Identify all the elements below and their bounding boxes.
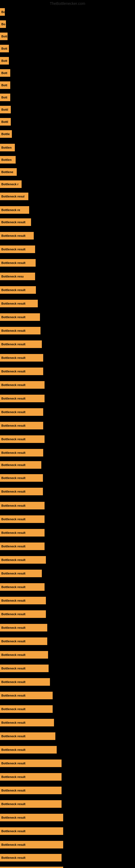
bar-row: Bottleneck result bbox=[0, 340, 42, 348]
bar-label: Bottleneck result bbox=[0, 502, 45, 509]
bar-label: Bottleneck result bbox=[0, 327, 41, 335]
bar-label: Bottleneck result bbox=[0, 773, 61, 781]
site-title: TheBottlenecker.com bbox=[50, 1, 85, 6]
bar-label: Bottleneck result bbox=[0, 733, 55, 740]
bar-label: Bottleneck result bbox=[0, 624, 47, 631]
bar-label: Bottleneck result bbox=[0, 692, 53, 699]
bar-label: Bottleneck result bbox=[0, 259, 36, 267]
bar-label: Bott bbox=[0, 33, 8, 40]
bar-row: Bottleneck result bbox=[0, 313, 40, 321]
bar-label: Bottleneck result bbox=[0, 719, 54, 726]
bar-row: Bott bbox=[0, 33, 8, 40]
bar-row: Bottleneck result bbox=[0, 569, 42, 577]
bar-label: Bottleneck result bbox=[0, 395, 45, 402]
bar-row: Bottleneck result bbox=[0, 488, 43, 495]
bar-row: Bo bbox=[0, 20, 6, 28]
bar-row: Bott bbox=[0, 57, 9, 65]
bar-row: Bottleneck result bbox=[0, 678, 50, 686]
bar-row: Bottleneck result bbox=[0, 719, 54, 726]
bar-row: Bottleneck result bbox=[0, 841, 63, 848]
bar-label: Bottleneck result bbox=[0, 449, 43, 457]
bar-label: Bottleneck result bbox=[0, 638, 47, 645]
bar-label: Bottleneck result bbox=[0, 867, 63, 868]
bar-row: Bottleneck result bbox=[0, 461, 41, 469]
bar-row: Bottleneck result bbox=[0, 516, 45, 523]
bar-row: Bottleneck result bbox=[0, 583, 45, 591]
bar-label: Bottleneck result bbox=[0, 474, 43, 482]
bar-label: Bottleneck result bbox=[0, 583, 45, 591]
bar-label: Bottlene bbox=[0, 168, 17, 176]
bar-label: Bottleneck result bbox=[0, 381, 45, 389]
bar-row: Bottleneck result bbox=[0, 542, 45, 550]
bar-label: Bottleneck result bbox=[0, 422, 43, 429]
bar-label: Bottleneck result bbox=[0, 827, 63, 835]
bar-row: Bottleneck result bbox=[0, 746, 57, 753]
bar-label: Bott bbox=[0, 69, 10, 77]
bar-label: Bott bbox=[0, 57, 9, 65]
bar-label: Bo bbox=[0, 20, 6, 28]
bar-row: Bott bbox=[0, 82, 10, 89]
bar-row: Bottleneck result bbox=[0, 218, 31, 226]
bar-row: Bottlene bbox=[0, 168, 17, 176]
bar-row: Bottleneck result bbox=[0, 474, 43, 482]
bar-row: Bottleneck result bbox=[0, 610, 46, 618]
bar-row: Bottleneck result bbox=[0, 854, 61, 862]
bar-row: Bottleneck result bbox=[0, 651, 48, 659]
bar-label: Bottl bbox=[0, 118, 11, 126]
bar-row: Bottleneck result bbox=[0, 435, 45, 443]
bar-label: Bottleneck result bbox=[0, 854, 61, 862]
bar-label: Bottleneck result bbox=[0, 841, 63, 848]
bar-row: Bottleneck result bbox=[0, 408, 43, 416]
bar-row: Bottleneck result bbox=[0, 381, 45, 389]
bar-label: Bottleneck resu bbox=[0, 273, 35, 280]
bar-row: Bottleneck result bbox=[0, 246, 35, 253]
bar-label: Bottleneck result bbox=[0, 664, 49, 672]
bar-label: Bo bbox=[0, 8, 5, 16]
bar-row: Bottleneck result bbox=[0, 664, 49, 672]
bar-label: Bottleneck result bbox=[0, 232, 34, 240]
bar-label: Bottleneck result bbox=[0, 246, 35, 253]
bar-label: Bott bbox=[0, 94, 10, 101]
bar-label: Bottleneck result bbox=[0, 286, 36, 294]
bar-row: Bottle bbox=[0, 130, 12, 138]
bar-row: Bottleneck result bbox=[0, 354, 43, 362]
bar-label: Bottleneck result bbox=[0, 569, 42, 577]
bar-row: Bottleneck re bbox=[0, 206, 29, 214]
bar-label: Bottl bbox=[0, 106, 11, 113]
bar-row: Bottleneck result bbox=[0, 556, 46, 564]
bar-label: Bottleneck result bbox=[0, 786, 61, 794]
bar-row: Bottleneck result bbox=[0, 529, 45, 536]
bar-label: Bottle bbox=[0, 130, 12, 138]
bar-label: Bottleneck result bbox=[0, 597, 46, 604]
bar-label: Bottleneck result bbox=[0, 435, 45, 443]
bar-row: Bottleneck result bbox=[0, 733, 55, 740]
bar-row: Bottleneck resul bbox=[0, 193, 28, 200]
bar-row: Bottleneck result bbox=[0, 597, 46, 604]
bar-label: Bottleneck result bbox=[0, 313, 40, 321]
bar-row: Bottleneck result bbox=[0, 705, 53, 713]
bar-row: Bottleneck result bbox=[0, 760, 61, 767]
bar-row: Bottleneck result bbox=[0, 395, 45, 402]
bar-label: Bottleneck result bbox=[0, 300, 38, 307]
bar-row: Bottleneck result bbox=[0, 867, 63, 868]
bar-row: Bottleneck result bbox=[0, 232, 34, 240]
bar-row: Bottl bbox=[0, 118, 11, 126]
bar-label: Bottleneck result bbox=[0, 610, 46, 618]
bar-label: Bottleneck result bbox=[0, 516, 45, 523]
bar-row: Bott bbox=[0, 69, 10, 77]
bar-row: Bo bbox=[0, 8, 5, 16]
bar-label: Bottleneck result bbox=[0, 814, 63, 822]
bar-label: Bottleneck result bbox=[0, 556, 46, 564]
bar-label: Bottleneck re bbox=[0, 206, 29, 214]
bar-label: Bottleneck result bbox=[0, 542, 45, 550]
bar-row: Bottleneck result bbox=[0, 449, 43, 457]
bar-row: Bottleneck result bbox=[0, 786, 61, 794]
bar-row: Bottleneck r bbox=[0, 180, 21, 188]
bar-label: Bottleneck result bbox=[0, 408, 43, 416]
bar-label: Bottleneck result bbox=[0, 760, 61, 767]
bar-label: Bottlen bbox=[0, 144, 15, 151]
bar-row: Bottleneck result bbox=[0, 800, 61, 808]
bar-label: Bottleneck result bbox=[0, 368, 43, 375]
bar-label: Bottleneck result bbox=[0, 461, 41, 469]
bar-row: Bottlen bbox=[0, 156, 16, 163]
